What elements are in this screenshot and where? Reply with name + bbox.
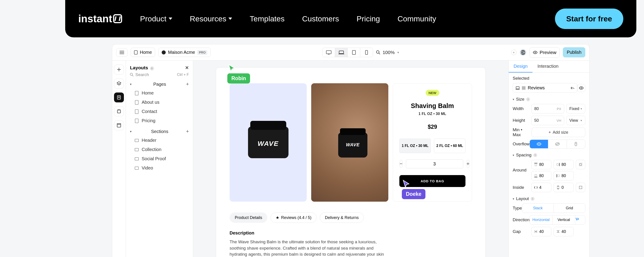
tab-reviews[interactable]: ★Reviews (4.4 / 5): [270, 212, 316, 223]
pages-tool[interactable]: [114, 93, 124, 102]
margin-bottom-input[interactable]: 80: [531, 171, 551, 180]
type-stack[interactable]: Stack: [522, 204, 554, 213]
add-size-button[interactable]: +Add size: [532, 128, 585, 137]
margin-bottom-icon: [534, 174, 538, 177]
product-image-2: WAVE: [311, 83, 388, 202]
tab-delivery[interactable]: Delivery & Returns: [320, 212, 364, 223]
height-input[interactable]: 50VH: [531, 116, 564, 125]
org-avatar-icon: [162, 50, 166, 55]
viewport-laptop[interactable]: [335, 48, 348, 57]
page-pricing[interactable]: Pricing: [130, 116, 189, 125]
chevron-down-icon: [169, 18, 172, 20]
padding-y-icon: [556, 186, 560, 189]
section-icon: [135, 166, 139, 170]
spacing-heading: Spacing: [516, 153, 532, 158]
scroll-icon: [574, 142, 578, 146]
padding-y-input[interactable]: 0: [554, 183, 574, 192]
section-collection[interactable]: Collection: [130, 145, 189, 154]
props-tab-interaction[interactable]: Interaction: [532, 61, 563, 73]
org-chip[interactable]: Maison Acme PRO: [158, 48, 210, 57]
tab-product-details[interactable]: Product Details: [230, 212, 267, 223]
qty-increase-button[interactable]: +: [466, 160, 470, 168]
overflow-scroll[interactable]: [567, 140, 585, 148]
nav-product[interactable]: Product: [140, 15, 172, 23]
add-page-button[interactable]: +: [186, 81, 189, 87]
qty-decrease-button[interactable]: −: [399, 160, 403, 168]
search-input[interactable]: Search: [130, 72, 149, 77]
visibility-toggle[interactable]: [577, 84, 585, 92]
add-collaborator-button[interactable]: +: [511, 50, 516, 55]
product-image-1: WAVE: [230, 83, 307, 202]
assets-tool[interactable]: [114, 120, 124, 130]
expand-icon: [579, 186, 582, 189]
hamburger-icon: [120, 51, 124, 54]
user-avatar[interactable]: CH: [520, 49, 526, 56]
width-mode[interactable]: Fixed▼: [566, 104, 585, 113]
start-free-button[interactable]: Start for free: [555, 9, 623, 29]
margin-right-icon: [556, 163, 560, 166]
canvas-area[interactable]: Robin Doeke WAVE WAVE NEW Shaving Balm: [193, 61, 508, 257]
overflow-visible[interactable]: [530, 140, 548, 148]
overflow-hidden[interactable]: [548, 140, 567, 148]
section-social-proof[interactable]: Social Proof: [130, 154, 189, 163]
puzzle-icon: [117, 109, 121, 113]
info-icon[interactable]: i: [526, 97, 530, 101]
components-tool[interactable]: [114, 106, 124, 116]
dir-vertical[interactable]: Vertical: [552, 215, 575, 224]
info-icon[interactable]: i: [150, 66, 154, 70]
gap-row-input[interactable]: 40: [554, 227, 574, 236]
margin-right-input[interactable]: 80: [554, 160, 574, 169]
page-contact[interactable]: Contact: [130, 107, 189, 116]
undo-icon[interactable]: [571, 86, 574, 90]
margin-top-input[interactable]: 80: [531, 160, 551, 169]
viewport-mobile[interactable]: [360, 48, 373, 57]
nav-community[interactable]: Community: [398, 15, 436, 23]
link-padding-button[interactable]: [576, 183, 585, 192]
cursor-icon: [227, 64, 236, 73]
editor-window: Home Maison Acme PRO 100% ▼ + CH Preview: [112, 44, 590, 257]
pages-heading: Pages: [153, 82, 166, 87]
tablet-icon: [352, 50, 356, 55]
dir-wrap[interactable]: [575, 215, 585, 224]
props-tab-design[interactable]: Design: [509, 61, 532, 73]
tool-rail: [112, 61, 126, 257]
star-icon: ★: [276, 215, 279, 220]
nav-pricing[interactable]: Pricing: [357, 15, 380, 23]
size-option-2[interactable]: 2 FL OZ • 60 ML: [434, 139, 466, 153]
publish-button[interactable]: Publish: [563, 47, 585, 57]
breadcrumb[interactable]: Home: [131, 48, 155, 57]
gap-col-input[interactable]: 40: [531, 227, 551, 236]
layers-icon: [117, 82, 121, 86]
width-input[interactable]: 80PX: [531, 104, 564, 113]
page-home[interactable]: Home: [130, 88, 189, 98]
page-about[interactable]: About us: [130, 98, 189, 107]
menu-button[interactable]: [116, 48, 128, 57]
info-icon[interactable]: i: [533, 153, 537, 157]
dir-horizontal[interactable]: Horizontal: [530, 215, 552, 224]
nav-templates[interactable]: Templates: [250, 15, 284, 23]
margin-left-input[interactable]: 80: [554, 171, 574, 180]
viewport-tablet[interactable]: [348, 48, 360, 57]
section-video[interactable]: Video: [130, 163, 189, 173]
type-grid[interactable]: Grid: [554, 204, 585, 213]
layouts-sidebar: Layoutsi ✕ Search Ctrl + F Pages+ Home A…: [126, 61, 193, 257]
padding-x-input[interactable]: 4: [531, 183, 551, 192]
nav-customers[interactable]: Customers: [302, 15, 339, 23]
qty-input[interactable]: [406, 159, 463, 168]
close-sidebar-button[interactable]: ✕: [185, 65, 189, 70]
preview-button[interactable]: Preview: [530, 47, 560, 58]
link-margins-button[interactable]: [576, 160, 585, 169]
add-section-button[interactable]: +: [186, 129, 189, 134]
add-tool[interactable]: [114, 65, 124, 75]
nav-resources[interactable]: Resources: [190, 15, 232, 23]
viewport-desktop[interactable]: [322, 48, 335, 57]
height-mode[interactable]: View▼: [566, 116, 585, 125]
type-label: Type: [513, 206, 522, 211]
brand-logo: instant: [78, 13, 122, 25]
size-option-1[interactable]: 1 FL OZ • 30 ML: [399, 139, 431, 153]
section-header[interactable]: Header: [130, 136, 189, 145]
info-icon[interactable]: i: [531, 197, 534, 201]
breadcrumb-label: Home: [140, 50, 152, 55]
layers-tool[interactable]: [114, 79, 124, 88]
zoom-control[interactable]: 100% ▼: [376, 50, 399, 55]
